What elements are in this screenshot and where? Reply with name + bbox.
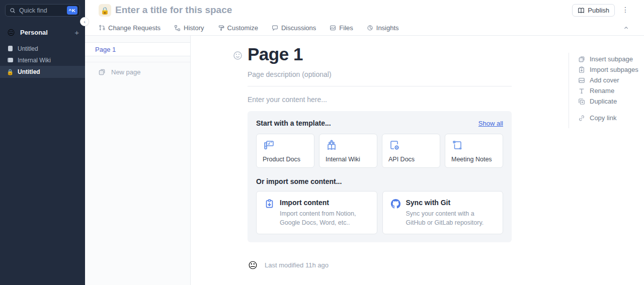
tab-customize[interactable]: Customize — [218, 24, 258, 32]
wiki-book-icon — [326, 139, 338, 151]
page-description-input[interactable]: Page description (optional) — [248, 70, 512, 78]
content-input[interactable]: Enter your content here... — [248, 96, 512, 104]
template-card-meeting-notes[interactable]: Meeting Notes — [445, 134, 503, 168]
tab-discussions[interactable]: Discussions — [272, 24, 316, 32]
last-modified-row: 😐 Last modified 11h ago — [248, 260, 569, 270]
tab-bar: Change Requests History Customize Discus… — [85, 21, 644, 36]
import-subpages-button[interactable]: Import subpages — [569, 64, 644, 75]
import-cards: Import content Import content from Notio… — [256, 191, 503, 234]
doc-gear-icon — [388, 139, 400, 151]
page-icon — [7, 46, 13, 52]
action-label: Import subpages — [590, 66, 638, 73]
add-cover-button[interactable]: Add cover — [569, 75, 644, 85]
duplicate-icon — [578, 98, 585, 105]
rename-button[interactable]: Rename — [569, 85, 644, 96]
sidebar-item-untitled-1[interactable]: Untitled — [0, 43, 85, 54]
flask-doc-icon — [263, 139, 275, 151]
new-page-button[interactable]: New page — [85, 68, 190, 76]
template-card-label: Meeting Notes — [451, 156, 497, 163]
sync-with-git-card[interactable]: Sync with Git Sync your content with a G… — [382, 191, 504, 234]
template-card-api-docs[interactable]: API Docs — [382, 134, 440, 168]
import-card-title: Import content — [280, 199, 368, 207]
github-icon — [391, 199, 400, 209]
import-content-card[interactable]: Import content Import content from Notio… — [256, 191, 377, 234]
page-actions-panel: Insert subpage Import subpages Add cover… — [569, 53, 644, 128]
more-options-icon[interactable]: ⋮ — [622, 6, 629, 14]
last-modified-text: Last modified 11h ago — [265, 261, 329, 269]
book-icon — [578, 7, 585, 14]
space-list: Untitled Internal Wiki 🔒 Untitled — [0, 43, 85, 78]
action-label: Insert subpage — [590, 55, 633, 63]
show-all-link[interactable]: Show all — [478, 120, 503, 127]
sidebar-item-label: Untitled — [18, 68, 40, 75]
workspace-name: Personal — [20, 29, 74, 36]
smiley-icon — [233, 51, 243, 60]
page-title[interactable]: Page 1 — [248, 44, 512, 64]
new-page-label: New page — [111, 68, 141, 76]
action-label: Copy link — [590, 114, 616, 122]
emoji-picker-icon[interactable] — [233, 51, 243, 60]
tab-label: Insights — [376, 24, 399, 32]
template-card-label: API Docs — [388, 156, 434, 163]
pie-chart-icon — [367, 25, 373, 31]
page-list-item-selected[interactable]: Page 1 — [85, 42, 190, 56]
lock-icon: 🔒 — [7, 69, 13, 75]
space-emoji-icon[interactable]: 🔒 — [99, 4, 111, 17]
doc-bubbles-icon — [451, 139, 463, 151]
collapse-sidebar-button[interactable]: ‹ — [80, 17, 89, 26]
template-card-label: Internal Wiki — [326, 156, 371, 163]
copy-link-button[interactable]: Copy link — [569, 113, 644, 123]
tab-insights[interactable]: Insights — [367, 24, 399, 32]
insert-subpage-button[interactable]: Insert subpage — [569, 54, 644, 64]
workspace-row[interactable]: 😐 Personal + — [0, 26, 85, 39]
clipboard-import-icon — [265, 199, 274, 209]
divider — [248, 86, 512, 86]
action-label: Rename — [590, 87, 614, 94]
chevron-left-icon: ‹ — [84, 19, 86, 25]
add-space-button[interactable]: + — [74, 28, 79, 37]
document: Page 1 Page description (optional) Enter… — [248, 44, 512, 242]
import-card-title: Sync with Git — [406, 199, 494, 207]
clipboard-import-icon — [578, 66, 585, 73]
image-icon — [330, 25, 336, 31]
shortcut-badge: ^K — [67, 6, 77, 15]
sidebar-item-internal-wiki[interactable]: Internal Wiki — [0, 54, 85, 66]
space-title-input[interactable]: Enter a title for this space — [115, 5, 232, 16]
page-list-item-label: Page 1 — [95, 46, 116, 53]
text-t-icon — [578, 87, 585, 94]
template-card-product-docs[interactable]: Product Docs — [256, 134, 314, 168]
pages-icon — [98, 68, 106, 76]
import-heading: Or import some content... — [256, 177, 503, 185]
templates-heading: Start with a template... — [256, 119, 331, 127]
page-list-divider — [85, 62, 190, 62]
duplicate-button[interactable]: Duplicate — [569, 96, 644, 107]
action-label: Duplicate — [590, 98, 617, 105]
tab-change-requests[interactable]: Change Requests — [99, 24, 160, 32]
import-card-description: Sync your content with a GitHub or GitLa… — [406, 209, 494, 227]
tab-files[interactable]: Files — [330, 24, 353, 32]
sidebar: Quick find ^K 😐 Personal + Untitled Inte… — [0, 0, 85, 285]
sidebar-item-untitled-2-selected[interactable]: 🔒 Untitled — [0, 66, 85, 78]
editor-content: Page 1 Page description (optional) Enter… — [191, 36, 569, 285]
tab-label: Discussions — [281, 24, 316, 32]
tab-label: Customize — [227, 24, 258, 32]
tab-label: Change Requests — [108, 24, 160, 32]
avatar[interactable]: 😐 — [248, 260, 258, 270]
template-card-label: Product Docs — [263, 156, 308, 163]
publish-button[interactable]: Publish — [572, 4, 615, 17]
template-cards: Product Docs Internal Wiki API Docs Meet… — [256, 134, 503, 168]
pull-request-icon — [99, 25, 105, 31]
gitbook-space-editor: Quick find ^K 😐 Personal + Untitled Inte… — [0, 0, 644, 285]
quick-find-input[interactable]: Quick find ^K — [5, 4, 80, 17]
versions-icon — [174, 25, 181, 31]
quick-find-placeholder: Quick find — [19, 7, 67, 14]
image-icon — [578, 77, 585, 84]
getting-started-panel: Start with a template... Show all Produc… — [248, 111, 512, 242]
template-card-internal-wiki[interactable]: Internal Wiki — [319, 134, 377, 168]
header: 🔒 Enter a title for this space Publish ⋮ — [85, 0, 644, 21]
sidebar-item-label: Untitled — [18, 45, 38, 52]
collapse-tabs-button[interactable] — [623, 25, 629, 31]
tab-label: History — [184, 24, 204, 32]
action-label: Add cover — [590, 76, 619, 84]
tab-history[interactable]: History — [174, 24, 204, 32]
